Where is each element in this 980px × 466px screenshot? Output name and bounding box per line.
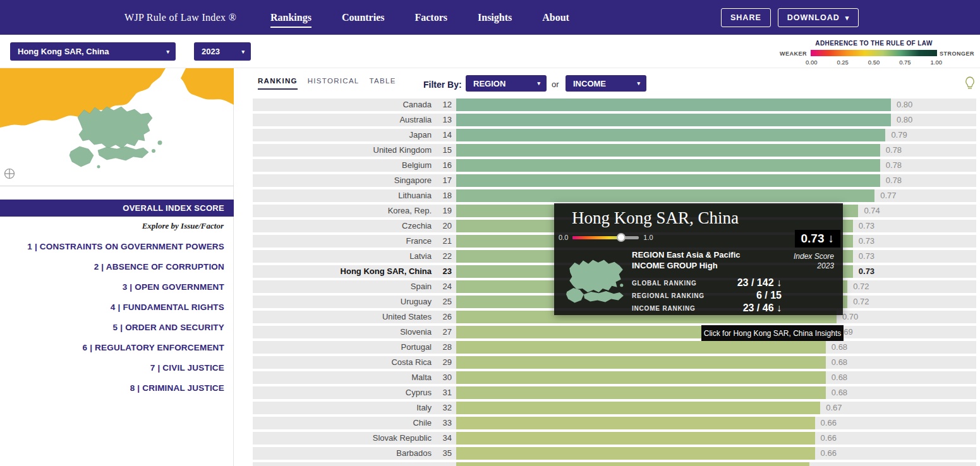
- score-bar: [456, 432, 815, 445]
- sidebar-factor-item[interactable]: 5 | ORDER AND SECURITY: [0, 317, 234, 337]
- rank-number: 17: [435, 174, 452, 187]
- rank-number: 28: [435, 341, 452, 354]
- ranking-row[interactable]: [253, 462, 976, 466]
- score-label: 0.73: [859, 265, 874, 278]
- score-bar: [456, 144, 880, 157]
- nav-item-countries[interactable]: Countries: [342, 12, 385, 23]
- year-select-value: 2023: [202, 47, 220, 56]
- score-label: 0.66: [821, 447, 837, 460]
- hong-kong-map[interactable]: [0, 68, 234, 186]
- income-select[interactable]: INCOME ▾: [566, 75, 646, 92]
- legend-tick-label: 0.75: [899, 59, 911, 66]
- slider-handle[interactable]: [617, 233, 626, 242]
- country-label: Malta: [253, 371, 432, 384]
- sidebar-factor-item[interactable]: 4 | FUNDAMENTAL RIGHTS: [0, 297, 234, 317]
- score-bar: [456, 341, 826, 354]
- score-bar: [456, 189, 874, 202]
- map-svg: [0, 68, 234, 186]
- ranking-row[interactable]: Portugal280.68: [253, 341, 976, 354]
- score-bar: [456, 174, 880, 187]
- ranking-row[interactable]: Barbados350.66: [253, 447, 976, 460]
- slider-min-label: 0.0: [559, 234, 568, 241]
- ranking-row[interactable]: Cyprus310.68: [253, 386, 976, 399]
- tooltip-income-line: INCOME GROUP High: [632, 260, 782, 271]
- overall-index-score-banner[interactable]: OVERALL INDEX SCORE: [0, 200, 234, 217]
- income-select-value: INCOME: [573, 79, 606, 88]
- brand-logo[interactable]: WJP Rule of Law Index ®: [124, 0, 236, 35]
- nav-item-about[interactable]: About: [542, 12, 569, 23]
- ranking-row[interactable]: Canada120.80: [253, 99, 976, 111]
- sidebar-factor-item[interactable]: 8 | CRIMINAL JUSTICE: [0, 378, 234, 398]
- ranking-row[interactable]: Belgium160.78: [253, 159, 976, 172]
- score-bar: [456, 99, 891, 111]
- sidebar-factor-item[interactable]: 3 | OPEN GOVERNMENT: [0, 277, 234, 297]
- score-label: 0.73: [859, 250, 874, 263]
- rank-number: 31: [435, 386, 452, 399]
- ranking-row[interactable]: Costa Rica290.68: [253, 356, 976, 369]
- tooltip-stat-label: GLOBAL RANKING: [632, 280, 697, 287]
- nav-item-rankings[interactable]: Rankings: [270, 12, 312, 23]
- rank-number: 33: [435, 417, 452, 429]
- score-bar: [456, 417, 815, 429]
- globe-zoom-icon[interactable]: [4, 168, 15, 182]
- country-label: Slovenia: [253, 326, 432, 338]
- country-label: United Kingdom: [253, 144, 432, 157]
- ranking-row[interactable]: Slovak Republic340.66: [253, 432, 976, 445]
- score-label: 0.70: [842, 311, 858, 323]
- share-button[interactable]: SHARE: [721, 8, 771, 27]
- filter-bar: Hong Kong SAR, China ▾ 2023 ▾ ADHERENCE …: [0, 35, 980, 68]
- country-label: Singapore: [253, 174, 432, 187]
- region-label: REGION: [632, 250, 664, 260]
- ranking-row[interactable]: Lithuania180.77: [253, 189, 976, 202]
- download-button[interactable]: DOWNLOAD ▾: [778, 8, 859, 27]
- score-bar: [456, 356, 826, 369]
- score-bar: [456, 386, 826, 399]
- country-label: United States: [253, 311, 432, 323]
- score-label: 0.68: [832, 386, 847, 399]
- factor-list: 1 | CONSTRAINTS ON GOVERNMENT POWERS2 | …: [0, 236, 234, 398]
- score-label: 0.74: [864, 205, 880, 217]
- score-label: 0.68: [832, 341, 847, 354]
- ranking-row[interactable]: Singapore170.78: [253, 174, 976, 187]
- score-label: 0.80: [897, 114, 912, 126]
- lightbulb-icon[interactable]: [964, 76, 976, 93]
- country-select[interactable]: Hong Kong SAR, China ▾: [10, 42, 176, 61]
- score-label: 0.79: [891, 129, 907, 141]
- ranking-row[interactable]: Australia130.80: [253, 114, 976, 126]
- tooltip-score-value: 0.73: [801, 232, 825, 246]
- tooltip-stat-value: 6 / 15: [756, 290, 782, 301]
- country-label: Australia: [253, 114, 432, 126]
- sidebar-factor-item[interactable]: 6 | REGULATORY ENFORCEMENT: [0, 337, 234, 357]
- nav-item-factors[interactable]: Factors: [414, 12, 447, 23]
- score-label: 0.68: [832, 356, 847, 369]
- ranking-row[interactable]: Slovenia270.69: [253, 326, 976, 338]
- country-tooltip: Hong Kong SAR, China 0.0 1.0 0.73 ↓ Inde…: [554, 203, 843, 315]
- country-insights-cta[interactable]: Click for Hong Kong SAR, China Insights: [701, 325, 844, 341]
- sidebar-factor-item[interactable]: 7 | CIVIL JUSTICE: [0, 357, 234, 378]
- or-label: or: [552, 80, 559, 89]
- slider-track: [572, 236, 639, 239]
- ranking-row[interactable]: United Kingdom150.78: [253, 144, 976, 157]
- region-select[interactable]: REGION ▾: [466, 75, 547, 92]
- tab-table[interactable]: TABLE: [370, 77, 396, 90]
- sidebar-factor-item[interactable]: 1 | CONSTRAINTS ON GOVERNMENT POWERS: [0, 236, 234, 256]
- ranking-row[interactable]: Italy320.67: [253, 402, 976, 414]
- score-bar: [456, 129, 885, 141]
- legend-title: ADHERENCE TO THE RULE OF LAW: [811, 40, 937, 47]
- year-select[interactable]: 2023 ▾: [194, 42, 251, 61]
- sidebar-factor-item[interactable]: 2 | ABSENCE OF CORRUPTION: [0, 256, 234, 277]
- score-label: 0.67: [826, 402, 842, 414]
- score-label: 0.78: [886, 144, 902, 157]
- nav-item-insights[interactable]: Insights: [478, 12, 512, 23]
- ranking-row[interactable]: Japan140.79: [253, 129, 976, 141]
- tab-historical[interactable]: HISTORICAL: [308, 77, 360, 90]
- tooltip-region-line: REGION East Asia & Pacific: [632, 249, 782, 260]
- tab-ranking[interactable]: RANKING: [258, 77, 298, 90]
- ranking-row[interactable]: Chile330.66: [253, 417, 976, 429]
- rank-number: 18: [435, 189, 452, 202]
- score-bar: [456, 402, 820, 414]
- explore-by-factor-label: Explore by Issue/Factor: [142, 221, 224, 231]
- country-label: Belgium: [253, 159, 432, 172]
- down-arrow-icon: ↓: [828, 232, 835, 246]
- ranking-row[interactable]: Malta300.68: [253, 371, 976, 384]
